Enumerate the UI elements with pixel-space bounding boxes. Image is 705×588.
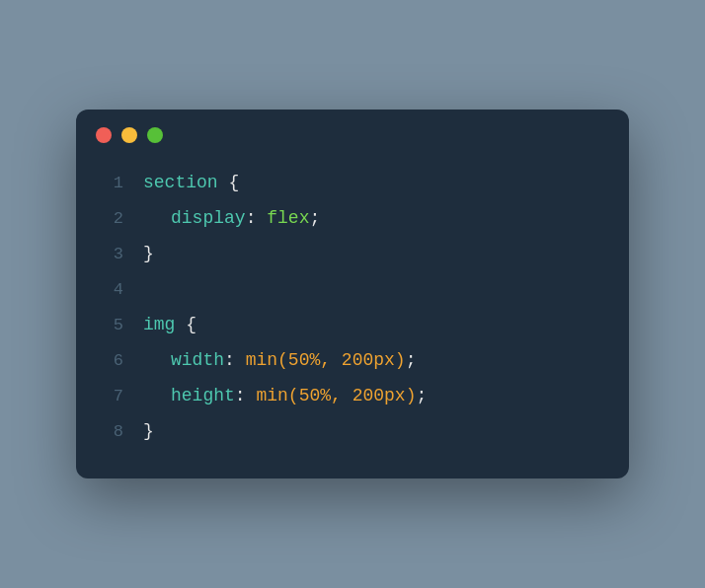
code-window: 1 section { 2 display : flex ; 3 } <box>76 110 629 478</box>
line-number: 7 <box>92 380 123 413</box>
colon: : <box>224 342 246 378</box>
code-line-3: 3 } <box>92 236 613 271</box>
line-number: 3 <box>92 238 123 271</box>
open-brace: { <box>218 165 240 200</box>
line-number: 4 <box>92 273 123 307</box>
line-content: display : flex ; <box>143 200 320 236</box>
line-content: img { <box>143 307 196 342</box>
value-min-width: min(50%, 200px) <box>246 342 406 378</box>
line-content: } <box>143 236 154 271</box>
code-line-8: 8 } <box>92 413 613 449</box>
value-min-height: min(50%, 200px) <box>256 378 416 413</box>
selector-img: img <box>143 307 175 342</box>
selector-section: section <box>143 165 218 200</box>
code-line-7: 7 height : min(50%, 200px) ; <box>92 378 613 413</box>
code-line-5: 5 img { <box>92 307 613 342</box>
property-width: width <box>171 342 224 378</box>
line-number: 1 <box>92 167 123 200</box>
line-content: width : min(50%, 200px) ; <box>143 342 416 378</box>
semicolon: ; <box>416 378 427 413</box>
semicolon: ; <box>309 200 320 236</box>
line-content <box>143 271 154 307</box>
code-line-2: 2 display : flex ; <box>92 200 613 236</box>
indent <box>143 200 171 236</box>
indent <box>143 342 171 378</box>
value-flex: flex <box>267 200 309 236</box>
maximize-button[interactable] <box>147 127 163 143</box>
code-line-1: 1 section { <box>92 165 613 200</box>
code-editor: 1 section { 2 display : flex ; 3 } <box>76 161 629 449</box>
line-number: 5 <box>92 309 123 342</box>
indent <box>143 378 171 413</box>
code-line-6: 6 width : min(50%, 200px) ; <box>92 342 613 378</box>
open-brace: { <box>175 307 196 342</box>
close-button[interactable] <box>96 127 112 143</box>
close-brace: } <box>143 236 154 271</box>
minimize-button[interactable] <box>121 127 137 143</box>
colon: : <box>235 378 257 413</box>
semicolon: ; <box>406 342 417 378</box>
line-number: 6 <box>92 344 123 378</box>
code-line-4: 4 <box>92 271 613 307</box>
line-content: height : min(50%, 200px) ; <box>143 378 427 413</box>
close-brace: } <box>143 413 154 449</box>
colon: : <box>246 200 268 236</box>
line-content: } <box>143 413 154 449</box>
line-number: 8 <box>92 415 123 449</box>
property-display: display <box>171 200 246 236</box>
line-content: section { <box>143 165 239 200</box>
property-height: height <box>171 378 235 413</box>
line-number: 2 <box>92 202 123 236</box>
titlebar <box>76 110 629 161</box>
